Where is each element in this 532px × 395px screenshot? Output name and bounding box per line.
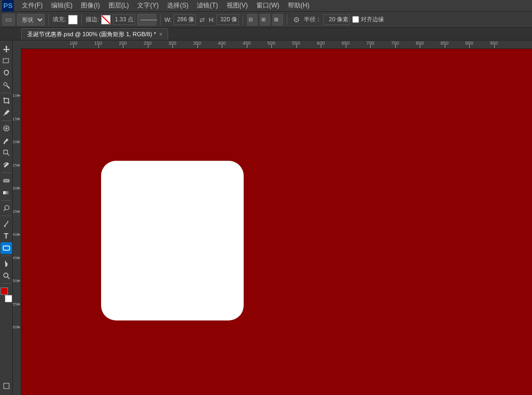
rounded-rectangle-shape[interactable] (101, 161, 244, 320)
tool-stamp[interactable] (1, 147, 12, 159)
tool-brush[interactable] (1, 135, 12, 146)
align-edge-text: 对齐边缘 (361, 15, 384, 23)
align-left-btn[interactable]: ⊟ (247, 14, 257, 26)
tool-hand[interactable] (1, 258, 12, 269)
tool-wand[interactable] (1, 79, 12, 91)
menu-select[interactable]: 选择(S) (163, 0, 192, 11)
toolbox: T (0, 40, 13, 395)
menu-layer[interactable]: 图层(L) (105, 0, 133, 11)
svg-line-14 (7, 154, 9, 155)
menu-file[interactable]: 文件(F) (18, 0, 46, 11)
tab-close-btn[interactable]: × (159, 31, 162, 37)
tool-sep-1 (2, 93, 11, 93)
screen-mode-normal[interactable] (1, 380, 12, 392)
svg-line-2 (7, 86, 10, 88)
fill-label: 填充: (53, 15, 66, 23)
svg-rect-21 (3, 246, 10, 250)
align-center-btn[interactable]: ⊞ (260, 14, 270, 26)
menu-help[interactable]: 帮助(H) (284, 0, 313, 11)
menu-filter[interactable]: 滤镜(T) (193, 0, 221, 11)
tool-sep-5 (2, 216, 11, 216)
tool-dodge[interactable] (1, 202, 12, 214)
screen-mode-icons (1, 380, 12, 392)
tool-pen[interactable] (1, 218, 12, 229)
radius-label: 半径： (304, 15, 321, 23)
ruler-vertical: 100150200250300350400450500550600 (13, 49, 21, 395)
stroke-diagonal (101, 15, 111, 24)
sep2 (81, 14, 82, 25)
height-input[interactable] (217, 14, 239, 25)
svg-point-20 (4, 226, 5, 227)
main-area: T 10015020025030035 (0, 40, 532, 395)
align-edge-label[interactable]: 对齐边缘 (352, 15, 384, 23)
svg-point-22 (4, 273, 8, 277)
active-tab[interactable]: 圣诞节优惠券.psd @ 100% (圆角矩形 1, RGB/8) * × (21, 28, 168, 40)
tool-sep-7 (2, 283, 11, 284)
link-wh-icon[interactable]: ⇄ (198, 15, 206, 24)
ruler-horizontal: 1001502002503003504004505005506006507007… (21, 40, 532, 49)
tool-heal[interactable] (1, 122, 12, 134)
menu-text[interactable]: 文字(Y) (134, 0, 162, 11)
shape-container (101, 161, 244, 320)
tabbar: 圣诞节优惠券.psd @ 100% (圆角矩形 1, RGB/8) * × (0, 28, 532, 40)
menu-view[interactable]: 视图(V) (223, 0, 252, 11)
tool-eraser[interactable] (1, 175, 12, 186)
tool-sep-3 (2, 172, 11, 173)
menu-window[interactable]: 窗口(W) (253, 0, 283, 11)
background-color-swatch[interactable] (5, 295, 12, 302)
svg-marker-0 (3, 45, 10, 52)
tool-zoom[interactable] (1, 270, 12, 282)
menu-image[interactable]: 图像(I) (77, 0, 103, 11)
menu-edit[interactable]: 编辑(E) (47, 0, 76, 11)
radius-input[interactable] (323, 14, 350, 25)
tool-text[interactable]: T (1, 230, 12, 242)
svg-point-3 (4, 83, 7, 86)
color-tools (1, 287, 12, 302)
stroke-size-input[interactable] (113, 14, 135, 25)
sep4 (243, 14, 243, 25)
tool-sep-4 (2, 200, 11, 201)
sep3 (160, 14, 161, 25)
options-toolbar: ▭ 形状 填充: 描边: ──── W: ⇄ H: ⊟ ⊞ ⊠ ⚙ 半径： 对齐… (0, 12, 532, 28)
tool-crop[interactable] (1, 95, 12, 106)
sep1 (48, 14, 49, 25)
stroke-label: 描边: (86, 15, 99, 23)
svg-rect-24 (4, 383, 9, 389)
svg-line-23 (7, 277, 10, 279)
tool-history-brush[interactable] (1, 159, 12, 171)
svg-rect-1 (3, 59, 9, 63)
shape-settings-gear[interactable]: ⚙ (291, 14, 302, 25)
align-edge-checkbox[interactable] (352, 16, 359, 23)
path-ops-btn[interactable]: ⊠ (272, 14, 283, 26)
width-label: W: (164, 17, 171, 23)
ps-logo: PS (2, 0, 14, 12)
tool-sep-6 (2, 256, 11, 256)
height-label: H: (209, 17, 214, 23)
tool-sep-2 (2, 120, 11, 121)
tool-shape-icon: ▭ (2, 14, 15, 26)
menubar: PS 文件(F) 编辑(E) 图像(I) 图层(L) 文字(Y) 选择(S) 滤… (0, 0, 532, 12)
tool-select-rect[interactable] (1, 55, 12, 67)
tool-eyedropper[interactable] (1, 107, 12, 119)
stroke-style-btn[interactable]: ──── (137, 14, 156, 26)
ruler-corner (13, 40, 21, 49)
width-input[interactable] (173, 14, 196, 25)
svg-rect-17 (3, 191, 10, 194)
tool-shape[interactable] (1, 242, 12, 254)
svg-rect-13 (4, 150, 7, 154)
svg-point-18 (5, 205, 9, 210)
canvas-wrap: 1001502002503003504004505005506006507007… (13, 40, 532, 395)
tool-lasso[interactable] (1, 67, 12, 79)
svg-line-8 (4, 114, 5, 116)
shape-type-select[interactable]: 形状 (17, 14, 45, 26)
tool-gradient[interactable] (1, 187, 12, 199)
canvas-area[interactable] (21, 49, 532, 395)
foreground-color-swatch[interactable] (1, 287, 8, 295)
fill-color-swatch[interactable] (68, 15, 78, 24)
svg-point-12 (3, 143, 5, 144)
sep5 (287, 14, 287, 25)
tab-title: 圣诞节优惠券.psd @ 100% (圆角矩形 1, RGB/8) * (27, 30, 156, 38)
tool-move[interactable] (1, 43, 12, 54)
svg-line-19 (4, 209, 5, 211)
stroke-color-swatch[interactable] (101, 15, 111, 24)
